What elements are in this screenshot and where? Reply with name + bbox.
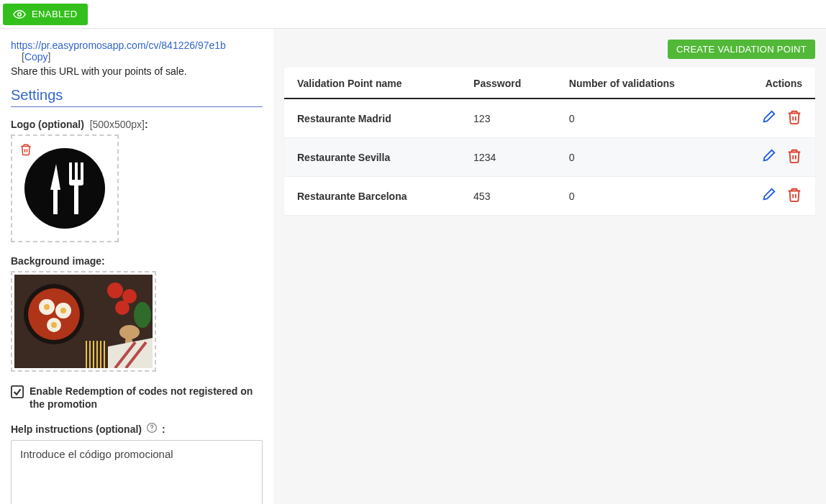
share-url-link[interactable]: https://pr.easypromosapp.com/cv/841226/9…	[11, 40, 226, 51]
row-password: 123	[460, 98, 556, 138]
main-panel: CREATE VALIDATION POINT Validation Point…	[273, 29, 826, 504]
col-password: Password	[460, 68, 556, 98]
top-bar: ENABLED	[0, 0, 826, 29]
svg-rect-4	[81, 162, 83, 181]
row-validations: 0	[556, 98, 727, 138]
row-password: 453	[460, 177, 556, 216]
table-row: Restaurante Madrid1230	[284, 98, 815, 138]
trash-icon	[786, 109, 802, 127]
row-validations: 0	[556, 177, 727, 216]
row-name: Restaurante Sevilla	[284, 138, 460, 177]
svg-rect-3	[75, 162, 78, 181]
delete-button[interactable]	[786, 109, 802, 127]
svg-point-16	[107, 283, 123, 298]
settings-sidebar: https://pr.easypromosapp.com/cv/841226/9…	[0, 29, 273, 504]
svg-point-9	[28, 288, 80, 340]
svg-point-20	[119, 325, 140, 339]
logo-label: Logo (optional) [500x500px]:	[11, 119, 263, 130]
copy-bracket: [Copy]	[22, 51, 50, 63]
background-thumbnail[interactable]	[11, 271, 156, 372]
background-image-label: Background image:	[11, 255, 263, 267]
help-instructions-label-row: Help instructions (optional) :	[11, 422, 263, 436]
table-row: Restaurante Barcelona4530	[284, 177, 815, 216]
help-icon[interactable]	[146, 422, 158, 436]
enabled-toggle[interactable]: ENABLED	[3, 4, 88, 25]
svg-point-33	[151, 430, 152, 431]
table-row: Restaurante Sevilla12340	[284, 138, 815, 177]
share-instructions: Share this URL with your points of sale.	[11, 65, 263, 77]
trash-icon	[19, 143, 32, 156]
col-name: Validation Point name	[284, 68, 460, 98]
delete-button[interactable]	[786, 187, 802, 205]
pencil-icon	[761, 187, 776, 205]
pencil-icon	[761, 148, 776, 166]
svg-rect-2	[69, 162, 72, 181]
pencil-icon	[761, 109, 776, 127]
enable-redemption-checkbox[interactable]: Enable Redemption of codes not registere…	[11, 385, 263, 411]
delete-logo-button[interactable]	[17, 140, 35, 159]
svg-point-18	[115, 301, 130, 315]
logo-thumbnail[interactable]	[11, 134, 119, 242]
trash-icon	[786, 187, 802, 205]
row-name: Restaurante Madrid	[284, 98, 460, 138]
help-instructions-label: Help instructions (optional)	[11, 423, 142, 435]
validation-points-table: Validation Point name Password Number of…	[284, 68, 815, 215]
background-image	[14, 275, 153, 368]
col-actions: Actions	[727, 68, 815, 98]
trash-icon	[786, 148, 802, 166]
svg-point-1	[24, 148, 105, 229]
svg-rect-6	[74, 184, 78, 214]
svg-point-19	[134, 302, 151, 328]
edit-button[interactable]	[761, 187, 776, 205]
settings-heading: Settings	[11, 87, 263, 107]
svg-point-15	[51, 322, 57, 328]
col-validations: Number of validations	[556, 68, 727, 98]
svg-point-14	[60, 308, 66, 313]
svg-point-0	[18, 12, 22, 16]
enabled-label: ENABLED	[32, 9, 78, 19]
help-instructions-textarea[interactable]	[11, 440, 263, 504]
row-validations: 0	[556, 138, 727, 177]
eye-icon	[13, 8, 26, 21]
create-validation-point-button[interactable]: CREATE VALIDATION POINT	[668, 40, 815, 59]
edit-button[interactable]	[761, 109, 776, 127]
checkbox-checked-icon	[11, 385, 24, 398]
enable-redemption-label: Enable Redemption of codes not registere…	[30, 385, 263, 411]
svg-point-13	[44, 304, 50, 310]
svg-rect-31	[12, 386, 23, 398]
share-url-line: https://pr.easypromosapp.com/cv/841226/9…	[11, 40, 263, 63]
edit-button[interactable]	[761, 148, 776, 166]
row-name: Restaurante Barcelona	[284, 177, 460, 216]
copy-link[interactable]: Copy	[24, 51, 48, 63]
row-password: 1234	[460, 138, 556, 177]
delete-button[interactable]	[786, 148, 802, 166]
